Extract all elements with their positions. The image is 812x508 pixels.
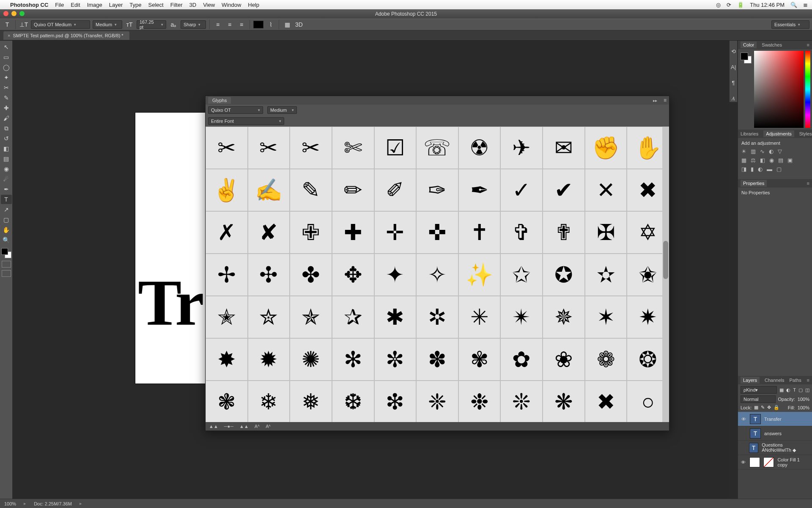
- glyphs-style-select[interactable]: Medium▾: [267, 106, 297, 114]
- glyph-cell[interactable]: ☑: [374, 127, 417, 169]
- blur-tool-icon[interactable]: ◉: [1, 164, 12, 174]
- glyph-cell[interactable]: ✉: [543, 127, 585, 169]
- glyph-cell[interactable]: ✧: [416, 254, 458, 296]
- zoom-popup-icon[interactable]: ▸: [24, 501, 26, 506]
- adj-curves-icon[interactable]: ∿: [760, 148, 765, 155]
- glyph-cell[interactable]: ❉: [458, 381, 501, 422]
- brush-tool-icon[interactable]: 🖌: [1, 113, 12, 123]
- glyph-cell[interactable]: ✼: [374, 338, 417, 381]
- lock-all-icon[interactable]: 🔒: [774, 405, 779, 410]
- glyphs-scrollbar[interactable]: [662, 127, 669, 422]
- adj-mixer-icon[interactable]: ▤: [778, 157, 783, 163]
- adj-invert-icon[interactable]: ◨: [741, 166, 746, 172]
- glyph-cell[interactable]: ✲: [416, 296, 458, 338]
- align-center-icon[interactable]: ≡: [225, 20, 234, 29]
- adj-posterize-icon[interactable]: ▮: [751, 166, 754, 172]
- glyph-cell[interactable]: ❄: [248, 381, 290, 422]
- warp-text-icon[interactable]: ⌇: [266, 20, 275, 29]
- layer-thumbnail[interactable]: T: [750, 414, 761, 424]
- crop-tool-icon[interactable]: ✂: [1, 83, 12, 92]
- glyph-cell[interactable]: ✤: [290, 254, 332, 296]
- glyph-cell[interactable]: ✪: [543, 254, 585, 296]
- eyedropper-tool-icon[interactable]: ✎: [1, 93, 12, 102]
- text-orientation-icon[interactable]: ⊥T: [19, 20, 28, 29]
- aa-select[interactable]: Sharp▾: [181, 20, 206, 29]
- glyph-cell[interactable]: ❇: [374, 381, 417, 422]
- glyph-cell[interactable]: ❆: [332, 381, 374, 422]
- menu-edit[interactable]: Edit: [71, 2, 80, 8]
- glyphs-font-select[interactable]: Quixo OT▾: [208, 106, 263, 114]
- healing-tool-icon[interactable]: ✚: [1, 103, 12, 113]
- tab-properties[interactable]: Properties: [741, 180, 767, 187]
- move-tool-icon[interactable]: ↖: [1, 42, 12, 52]
- glyph-cell[interactable]: ✫: [585, 254, 627, 296]
- menu-file[interactable]: File: [55, 2, 64, 8]
- adj-bw-icon[interactable]: ◧: [760, 157, 765, 163]
- align-left-icon[interactable]: ≡: [213, 20, 222, 29]
- font-size-select[interactable]: 167.25 pt▾: [137, 20, 166, 29]
- glyph-cell[interactable]: ✏: [332, 169, 374, 211]
- glyph-cell[interactable]: ✢: [206, 254, 248, 296]
- tab-paths[interactable]: Paths: [790, 378, 801, 383]
- window-zoom-button[interactable]: [19, 11, 25, 16]
- history-brush-tool-icon[interactable]: ↺: [1, 134, 12, 143]
- glyph-cell[interactable]: ✳: [458, 296, 501, 338]
- layer-name[interactable]: Color Fill 1 copy: [777, 457, 809, 467]
- glyph-cell[interactable]: ✚: [332, 211, 374, 254]
- lock-trans-icon[interactable]: ▦: [754, 405, 758, 410]
- layer-name[interactable]: answers: [764, 431, 782, 436]
- glyph-cell[interactable]: ✗: [206, 211, 248, 254]
- glyph-cell[interactable]: ✐: [374, 169, 417, 211]
- visibility-toggle-icon[interactable]: 👁: [741, 460, 746, 465]
- glyph-cell[interactable]: ✔: [543, 169, 585, 211]
- tab-color[interactable]: Color: [741, 41, 757, 48]
- window-minimize-button[interactable]: [11, 11, 16, 16]
- glyph-cell[interactable]: ✒: [458, 169, 501, 211]
- status-popup-icon[interactable]: ▸: [80, 501, 82, 506]
- dock-history-icon[interactable]: ⟲: [731, 48, 736, 55]
- glyph-cell[interactable]: ☢: [458, 127, 501, 169]
- glyph-cell[interactable]: ✟: [543, 211, 585, 254]
- adj-exposure-icon[interactable]: ◐: [769, 148, 774, 155]
- glyph-cell[interactable]: ✂: [248, 127, 290, 169]
- glyph-cell[interactable]: ✿: [500, 338, 543, 381]
- glyph-cell[interactable]: ✽: [416, 338, 458, 381]
- layer-thumbnail[interactable]: [749, 457, 760, 467]
- menu-filter[interactable]: Filter: [170, 2, 183, 8]
- marquee-tool-icon[interactable]: ▭: [1, 52, 12, 62]
- path-tool-icon[interactable]: ↗: [1, 205, 12, 214]
- glyphs-panel-header[interactable]: Glyphs ▸▸ ≡: [206, 96, 669, 105]
- hue-slider[interactable]: [805, 51, 810, 128]
- glyph-cell[interactable]: ✎: [290, 169, 332, 211]
- dock-character-icon[interactable]: A|: [731, 64, 736, 70]
- glyph-cell[interactable]: ✛: [374, 211, 417, 254]
- panel-menu-icon[interactable]: ≡: [807, 42, 809, 47]
- adj-hue-icon[interactable]: ▦: [741, 157, 746, 163]
- glyph-cell[interactable]: ✕: [585, 169, 627, 211]
- glyph-cell[interactable]: ✮: [248, 296, 290, 338]
- close-tab-icon[interactable]: ×: [8, 33, 10, 38]
- canvas-text-layer[interactable]: Tr: [138, 265, 203, 341]
- glyph-cell[interactable]: ✱: [374, 296, 417, 338]
- lock-pos-icon[interactable]: ✥: [767, 405, 771, 410]
- zoom-slider-icon[interactable]: ─●─: [224, 424, 233, 429]
- zoom-level[interactable]: 100%: [4, 501, 16, 506]
- glyph-cell[interactable]: ✨: [458, 254, 501, 296]
- status-battery-icon[interactable]: 🔋: [737, 2, 744, 8]
- document-tab[interactable]: × SMPTE Test pattern.psd @ 100% (Transfe…: [3, 31, 129, 40]
- glyph-cell[interactable]: ✊: [585, 127, 627, 169]
- glyph-cell[interactable]: ✍: [248, 169, 290, 211]
- layer-thumbnail[interactable]: T: [749, 443, 758, 453]
- app-name[interactable]: Photoshop CC: [10, 2, 48, 8]
- font-style-select[interactable]: Medium▾: [93, 20, 122, 29]
- fg-bg-swatch[interactable]: [1, 248, 11, 258]
- glyph-cell[interactable]: ✠: [585, 211, 627, 254]
- glyph-cell[interactable]: ✞: [500, 211, 543, 254]
- glyph-cell[interactable]: ✹: [248, 338, 290, 381]
- glyph-cell[interactable]: ✶: [585, 296, 627, 338]
- panel-collapse-icon[interactable]: ▸▸: [653, 98, 657, 103]
- glyph-cell[interactable]: ✭: [206, 296, 248, 338]
- glyph-cell[interactable]: ✺: [290, 338, 332, 381]
- glyph-cell[interactable]: ❈: [416, 381, 458, 422]
- menu-view[interactable]: View: [203, 2, 215, 8]
